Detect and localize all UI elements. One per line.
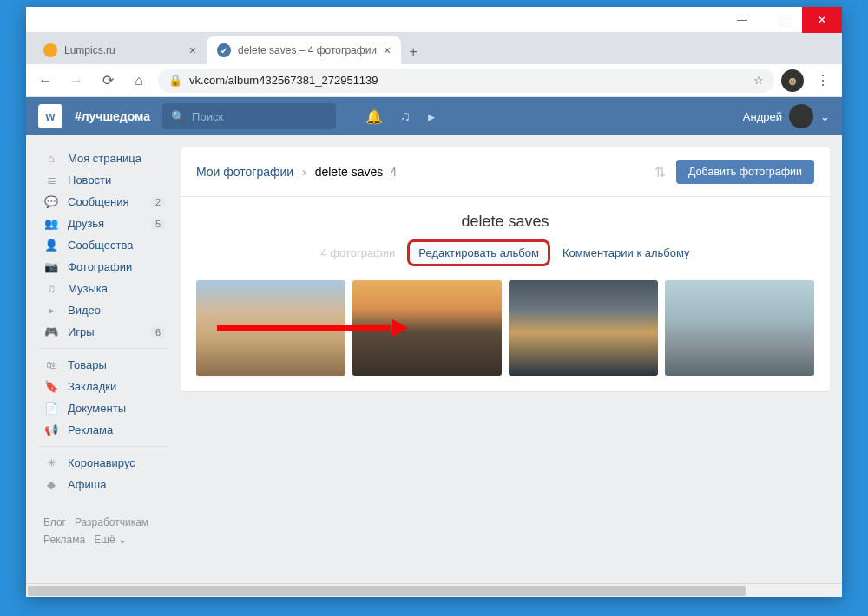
footer-link-more[interactable]: Ещё ⌄ <box>94 534 127 546</box>
sidebar-item-photos[interactable]: 📷Фотографии <box>38 256 168 278</box>
tab-title: Lumpics.ru <box>64 44 115 56</box>
photo-thumb[interactable] <box>509 280 658 376</box>
minimize-button[interactable]: — <box>722 7 762 33</box>
header-actions: ⇅ Добавить фотографии <box>654 160 814 184</box>
badge-count: 6 <box>151 327 165 337</box>
chevron-down-icon: ⌄ <box>820 110 830 123</box>
sidebar-item-communities[interactable]: 👤Сообщества <box>38 234 168 256</box>
add-photos-button[interactable]: Добавить фотографии <box>676 160 814 184</box>
sidebar-item-label: Сообщества <box>68 239 134 252</box>
sidebar-item-label: Музыка <box>68 282 108 295</box>
browser-toolbar: ← → ⟳ ⌂ 🔒 vk.com/album432567381_27295113… <box>26 64 842 97</box>
sidebar-item-games[interactable]: 🎮Игры6 <box>38 321 168 343</box>
photo-thumb[interactable] <box>665 280 814 376</box>
breadcrumb-count: 4 <box>390 165 397 179</box>
gamepad-icon: 🎮 <box>43 325 59 338</box>
vk-header: w #лучшедома 🔍 Поиск 🔔 ♫ ▸ Андрей ⌄ <box>26 97 842 135</box>
camera-icon: 📷 <box>43 260 59 273</box>
breadcrumb: Мои фотографии › delete saves 4 <box>196 165 397 179</box>
sidebar-item-news[interactable]: ≣Новости <box>38 169 168 191</box>
close-button[interactable]: ✕ <box>802 7 842 33</box>
tab-close-icon[interactable]: × <box>384 43 391 57</box>
sidebar: ⌂Моя страница ≣Новости 💬Сообщения2 👥Друз… <box>38 147 168 556</box>
home-icon: ⌂ <box>43 152 59 165</box>
sidebar-item-friends[interactable]: 👥Друзья5 <box>38 213 168 234</box>
sidebar-item-label: Новости <box>68 174 111 187</box>
sidebar-item-label: Видео <box>68 304 101 317</box>
album-title: delete saves <box>196 213 814 231</box>
group-icon: 👤 <box>43 239 59 252</box>
vk-body: ⌂Моя страница ≣Новости 💬Сообщения2 👥Друз… <box>26 135 842 568</box>
home-button[interactable]: ⌂ <box>127 69 151 93</box>
sidebar-item-bookmarks[interactable]: 🔖Закладки <box>38 376 168 397</box>
page-content: w #лучшедома 🔍 Поиск 🔔 ♫ ▸ Андрей ⌄ ⌂Моя… <box>26 97 842 597</box>
sidebar-footer: Блог Разработчикам Реклама Ещё ⌄ <box>38 507 168 556</box>
tab-close-icon[interactable]: × <box>189 43 196 57</box>
bell-icon[interactable]: 🔔 <box>365 108 383 125</box>
friends-icon: 👥 <box>43 217 59 230</box>
address-bar[interactable]: 🔒 vk.com/album432567381_272951139 ☆ <box>158 69 774 93</box>
sidebar-item-market[interactable]: 🛍Товары <box>38 354 168 376</box>
horizontal-scrollbar[interactable] <box>26 583 842 597</box>
back-button[interactable]: ← <box>33 69 57 93</box>
sidebar-item-documents[interactable]: 📄Документы <box>38 397 168 419</box>
user-avatar-icon <box>789 104 813 128</box>
music-icon[interactable]: ♫ <box>400 108 411 125</box>
browser-menu-button[interactable]: ⋮ <box>811 72 835 88</box>
sidebar-item-video[interactable]: ▸Видео <box>38 299 168 321</box>
bookmark-star-icon[interactable]: ☆ <box>753 74 764 87</box>
virus-icon: ✳ <box>43 456 59 469</box>
user-name: Андрей <box>743 110 782 123</box>
badge-count: 2 <box>151 197 165 207</box>
news-icon: ≣ <box>43 174 59 187</box>
main-panel: Мои фотографии › delete saves 4 ⇅ Добави… <box>181 147 830 391</box>
sidebar-item-events[interactable]: ◆Афиша <box>38 474 168 495</box>
maximize-button[interactable]: ☐ <box>762 7 802 33</box>
browser-window: — ☐ ✕ Lumpics.ru × ✔ delete saves – 4 фо… <box>26 7 842 597</box>
photo-count-link[interactable]: 4 фотографии <box>320 246 395 259</box>
album-comments-link[interactable]: Комментарии к альбому <box>562 246 690 259</box>
forward-button[interactable]: → <box>64 69 89 93</box>
footer-link-dev[interactable]: Разработчикам <box>75 516 148 528</box>
chevron-right-icon: › <box>302 165 306 179</box>
profile-avatar[interactable]: ☻ <box>781 69 804 92</box>
sidebar-item-music[interactable]: ♫Музыка <box>38 278 168 299</box>
sidebar-item-label: Сообщения <box>68 195 129 208</box>
music-icon: ♫ <box>43 282 59 295</box>
edit-album-link[interactable]: Редактировать альбом <box>407 239 550 266</box>
photo-thumb[interactable] <box>352 280 502 376</box>
vk-hashtag[interactable]: #лучшедома <box>75 109 150 123</box>
tab-title: delete saves – 4 фотографии <box>238 44 377 56</box>
search-placeholder: Поиск <box>192 110 223 123</box>
vk-logo-icon[interactable]: w <box>38 104 62 128</box>
new-tab-button[interactable]: + <box>401 40 425 64</box>
sidebar-item-messages[interactable]: 💬Сообщения2 <box>38 191 168 213</box>
header-icons: 🔔 ♫ ▸ <box>365 108 435 125</box>
sidebar-item-ads[interactable]: 📢Реклама <box>38 419 168 441</box>
sidebar-item-label: Товары <box>68 358 107 371</box>
sidebar-item-label: Фотографии <box>68 260 132 273</box>
footer-link-blog[interactable]: Блог <box>43 516 66 528</box>
footer-link-ads[interactable]: Реклама <box>43 534 85 546</box>
reload-button[interactable]: ⟳ <box>95 69 120 93</box>
bookmark-icon: 🔖 <box>43 380 59 393</box>
breadcrumb-root[interactable]: Мои фотографии <box>196 165 293 179</box>
sidebar-item-label: Афиша <box>68 478 106 491</box>
breadcrumb-album: delete saves <box>315 165 384 179</box>
scrollbar-thumb[interactable] <box>28 586 746 596</box>
tab-vk-album[interactable]: ✔ delete saves – 4 фотографии × <box>207 36 401 64</box>
sidebar-item-covid[interactable]: ✳Коронавирус <box>38 452 168 474</box>
url-text: vk.com/album432567381_272951139 <box>189 74 378 87</box>
sort-icon[interactable]: ⇅ <box>654 164 666 180</box>
search-input[interactable]: 🔍 Поиск <box>162 103 336 129</box>
panel-header: Мои фотографии › delete saves 4 ⇅ Добави… <box>181 147 830 197</box>
video-icon: ▸ <box>43 304 59 317</box>
sidebar-item-label: Реклама <box>68 423 113 436</box>
sidebar-item-label: Игры <box>68 325 95 338</box>
album-area: delete saves 4 фотографии Редактировать … <box>181 197 830 391</box>
video-icon[interactable]: ▸ <box>428 108 435 125</box>
photo-thumb[interactable] <box>196 280 345 376</box>
tab-lumpics[interactable]: Lumpics.ru × <box>33 36 207 64</box>
sidebar-item-profile[interactable]: ⌂Моя страница <box>38 147 168 169</box>
user-menu[interactable]: Андрей ⌄ <box>743 104 830 128</box>
